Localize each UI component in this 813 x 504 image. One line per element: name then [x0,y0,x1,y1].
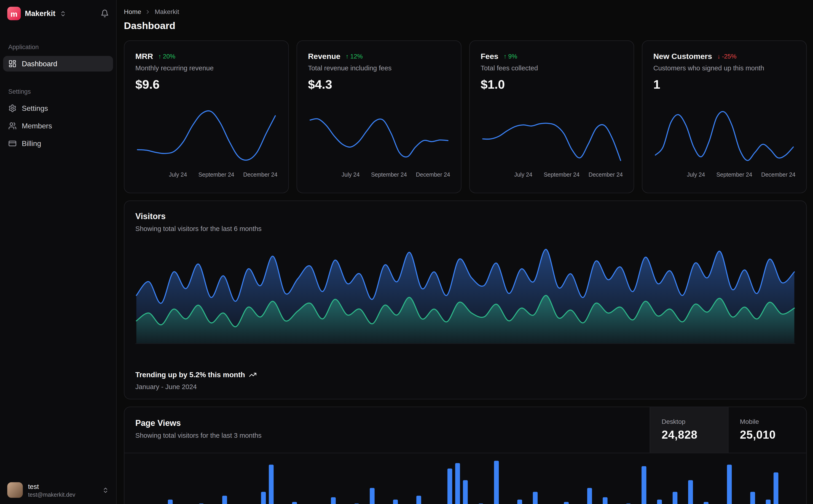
stat-delta-value: 9% [508,53,517,60]
chevrons-up-down-icon[interactable] [102,487,109,493]
breadcrumb-home-link[interactable]: Home [124,8,141,16]
stat-title: New Customers [654,52,712,61]
sidebar: m Makerkit Application Dashboard Setting… [0,0,117,504]
stat-delta-badge: ↑ 9% [504,53,517,60]
breadcrumb: Home Makerkit [124,8,807,16]
arrow-up-icon: ↑ [158,53,161,60]
visitors-subtitle: Showing total visitors for the last 6 mo… [135,225,795,233]
visitors-title: Visitors [135,212,795,221]
mobile-stat-label: Mobile [740,418,795,425]
x-tick-label: September 24 [371,171,407,178]
stat-subtitle: Total fees collected [481,64,623,72]
stat-card-mrr: MRR ↑ 20% Monthly recurring revenue $9.6… [124,40,289,193]
x-tick-label: July 24 [169,171,187,178]
breadcrumb-current: Makerkit [154,8,179,16]
x-axis-labels: July 24 September 24 December 24 [135,171,278,179]
mobile-stat-value: 25,010 [740,428,795,442]
stat-value: $9.6 [135,77,278,92]
sidebar-item-members[interactable]: Members [3,118,113,134]
avatar [7,482,23,498]
stat-card-revenue: Revenue ↑ 12% Total revenue including fe… [297,40,461,193]
page-views-subtitle: Showing total visitors for the last 3 mo… [135,432,639,439]
sidebar-item-dashboard[interactable]: Dashboard [3,56,113,72]
billing-icon [8,139,16,148]
stat-value: $1.0 [481,77,623,92]
stat-subtitle: Monthly recurring revenue [135,64,278,72]
stat-delta-value: -25% [722,53,737,60]
trending-up-icon [249,371,256,378]
x-tick-label: December 24 [588,171,623,178]
sidebar-item-label: Billing [22,139,41,148]
stat-title: Fees [481,52,498,61]
visitors-date-range: January - June 2024 [135,383,257,390]
brand-logo: m [7,7,21,20]
page-views-header: Page Views Showing total visitors for th… [124,407,806,453]
arrow-up-icon: ↑ [504,53,507,60]
x-tick-label: July 24 [514,171,532,178]
x-tick-label: December 24 [416,171,450,178]
notifications-bell-button[interactable] [101,9,109,18]
main-content: Home Makerkit Dashboard MRR ↑ 20% Monthl… [117,0,813,504]
x-tick-label: December 24 [761,171,795,178]
sidebar-item-label: Dashboard [22,60,57,68]
visitors-trend-text: Trending up by 5.2% this month [135,370,245,379]
page-views-title: Page Views [135,419,639,428]
visitors-footer: Trending up by 5.2% this month January -… [135,370,257,390]
workspace-selector[interactable]: m Makerkit [0,0,116,27]
x-tick-label: September 24 [543,171,579,178]
x-tick-label: July 24 [342,171,360,178]
x-axis-labels: July 24 September 24 December 24 [654,171,795,179]
chevrons-up-down-icon[interactable] [59,10,66,17]
user-meta: test test@makerkit.dev [28,483,75,498]
gear-icon [8,104,16,112]
visitors-card: Visitors Showing total visitors for the … [124,200,807,399]
page-views-card: Page Views Showing total visitors for th… [124,407,807,504]
x-axis-labels: July 24 September 24 December 24 [308,171,450,179]
arrow-up-icon: ↑ [346,53,349,60]
stat-delta-badge: ↑ 12% [346,53,363,60]
x-tick-label: December 24 [243,171,278,178]
stat-subtitle: Total revenue including fees [308,64,450,72]
desktop-stat-label: Desktop [662,418,717,425]
sidebar-section-application: Application [0,43,116,51]
user-menu[interactable]: test test@makerkit.dev [0,476,116,504]
dashboard-icon [8,60,16,68]
x-tick-label: September 24 [198,171,234,178]
sidebar-item-label: Members [22,122,52,130]
chevron-right-icon [145,9,151,15]
x-tick-label: July 24 [687,171,705,178]
app-window: m Makerkit Application Dashboard Setting… [0,0,813,504]
arrow-down-icon: ↓ [717,53,720,60]
page-title: Dashboard [124,20,807,32]
desktop-stat-value: 24,828 [662,428,717,442]
stat-value: 1 [654,77,795,92]
revenue-sparkline-chart [308,107,450,165]
new-customers-sparkline-chart [654,107,795,165]
user-email: test@makerkit.dev [28,491,75,497]
sidebar-item-settings[interactable]: Settings [3,101,113,116]
sidebar-item-billing[interactable]: Billing [3,136,113,151]
stat-delta-value: 20% [163,53,175,60]
mobile-toggle-button[interactable]: Mobile 25,010 [728,407,806,453]
x-tick-label: September 24 [716,171,752,178]
stat-title: Revenue [308,52,341,61]
stat-cards-row: MRR ↑ 20% Monthly recurring revenue $9.6… [124,40,807,193]
stat-delta-value: 12% [350,53,363,60]
mrr-sparkline-chart [135,107,278,165]
stat-card-new-customers: New Customers ↓ -25% Customers who signe… [642,40,807,193]
members-icon [8,122,16,130]
desktop-toggle-button[interactable]: Desktop 24,828 [650,407,728,453]
x-axis-labels: July 24 September 24 December 24 [481,171,623,179]
visitors-area-chart [135,244,795,344]
sidebar-section-settings: Settings [0,88,116,95]
stat-subtitle: Customers who signed up this month [654,64,795,72]
stat-title: MRR [135,52,153,61]
bell-icon [101,9,109,18]
sidebar-item-label: Settings [22,104,48,112]
stat-delta-badge: ↑ 20% [158,53,175,60]
brand-name: Makerkit [25,9,55,18]
stat-value: $4.3 [308,77,450,92]
page-views-bar-chart [135,459,795,504]
stat-delta-badge: ↓ -25% [717,53,736,60]
stat-card-fees: Fees ↑ 9% Total fees collected $1.0 July… [469,40,634,193]
